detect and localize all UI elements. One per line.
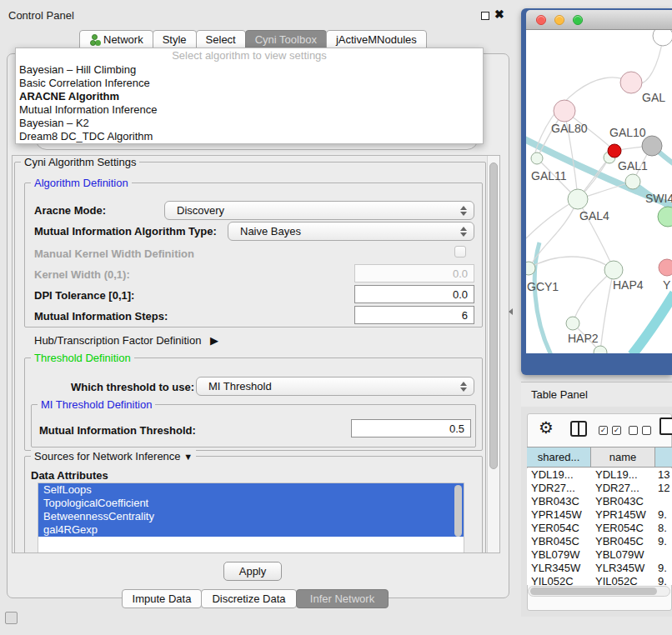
table-cell: YPR145W [527,508,591,522]
which-threshold-combo[interactable]: MI Threshold [196,377,474,396]
network-node[interactable] [653,30,672,46]
tab-impute-data[interactable]: Impute Data [122,589,202,608]
scrollbar-thumb[interactable] [489,162,498,469]
node-label: GAL80 [551,122,588,135]
table-row[interactable]: YBR045CYBR045C9. [527,535,672,548]
attribute-item[interactable]: BetweennessCentrality [38,510,464,523]
hub-definition-label: Hub/Transcription Factor Definition [34,334,201,347]
network-node-hap2[interactable] [566,317,579,330]
manual-kernel-checkbox[interactable] [454,246,466,258]
network-node-hap4[interactable] [604,261,623,279]
table-row[interactable]: YLR345WYLR345W9. [527,562,672,575]
network-node-gal1[interactable] [625,174,640,189]
table-row[interactable]: YBL079WYBL079W [527,548,672,562]
export-table-icon[interactable] [659,418,672,435]
node-label: HAP4 [613,278,644,292]
mi-threshold-label: Mutual Information Threshold: [39,424,196,437]
tab-network[interactable]: Network [79,30,153,49]
gear-icon[interactable]: ⚙ [539,418,554,438]
deselect-all-columns-icon[interactable] [629,426,651,435]
column-header[interactable] [655,448,672,467]
network-node-gal4[interactable] [568,189,588,209]
splitter-arrow-icon[interactable] [509,308,513,315]
screen: Control Panel ✖ NetworkStyleSelectCyni T… [0,0,672,635]
network-window: GALGAL80GAL10GAL1GAL11GAL4SWI4GCY1HAP4YH… [521,8,672,375]
table-row[interactable]: YDR27...YDR27...12 [527,482,672,495]
float-window-icon[interactable] [481,12,489,20]
mi-type-combo[interactable]: Naive Bayes [228,222,474,241]
settings-vertical-scrollbar[interactable] [487,156,499,552]
combo-spinner-icon [460,205,467,217]
network-node-gal80[interactable] [554,100,575,122]
apply-button[interactable]: Apply [223,562,282,581]
column-header[interactable]: name [591,448,655,467]
dropdown-item[interactable]: Bayesian – Hill Climbing [16,63,483,77]
column-header[interactable]: shared... [527,448,591,467]
network-graph: GALGAL80GAL10GAL1GAL11GAL4SWI4GCY1HAP4YH… [526,30,672,353]
mi-steps-field[interactable]: 6 [354,306,474,324]
table-cell: YBL079W [591,548,655,562]
dropdown-item[interactable]: ARACNE Algorithm [16,90,483,103]
expand-right-icon[interactable]: ▶ [210,334,218,347]
network-node-gal11[interactable] [531,152,543,164]
kernel-width-field[interactable]: 0.0 [354,264,474,282]
columns-icon[interactable] [570,421,587,437]
tab-style[interactable]: Style [153,30,197,49]
dropdown-item[interactable]: Basic Correlation Inference [16,77,483,90]
mi-threshold-group-label: MI Threshold Definition [38,398,155,411]
table-horizontal-scrollbar[interactable] [528,586,670,597]
tab-cyni-toolbox[interactable]: Cyni Toolbox [245,30,327,49]
table-row[interactable]: YPR145WYPR145W9. [527,508,672,522]
mi-threshold-field[interactable]: 0.5 [351,419,471,438]
table-cell: YDR27... [527,482,591,495]
unchecked-box-icon [629,426,638,435]
table-cell: YER054C [527,522,591,535]
network-node-y[interactable] [659,259,672,276]
aracne-mode-combo[interactable]: Discovery [164,201,474,220]
hub-definition-toggle[interactable]: Hub/Transcription Factor Definition ▶ [34,334,218,347]
list-scrollbar[interactable] [454,485,462,537]
zoom-window-icon[interactable] [573,15,583,25]
attribute-item[interactable]: SelfLoops [38,483,464,497]
node-label: GAL10 [609,126,646,139]
unchecked-box-icon [642,426,651,435]
network-node-gcy1[interactable] [526,262,535,275]
minimize-window-icon[interactable] [554,15,564,25]
expand-down-icon[interactable]: ▼ [183,452,193,462]
tab-infer-network[interactable]: Infer Network [296,589,389,608]
network-node[interactable] [608,144,621,158]
table-cell: 9. [655,562,672,575]
dpi-tolerance-field[interactable]: 0.0 [354,285,474,303]
dropdown-item[interactable]: Bayesian – K2 [16,117,483,130]
sources-group-label[interactable]: Sources for Network Inference ▼ [31,450,196,462]
network-window-titlebar[interactable] [526,10,672,30]
tab-jactivemnodules[interactable]: jActiveMNodules [326,30,427,49]
data-attributes-label: Data Attributes [31,469,108,482]
table-row[interactable]: YER054CYER054C8. [527,522,672,535]
combo-spinner-icon [460,381,467,392]
table-cell: 8. [655,522,672,535]
attribute-item[interactable]: TopologicalCoefficient [38,497,464,510]
node-label: Y [663,278,671,292]
tab-label: Style [163,31,187,48]
network-node-gal[interactable] [620,72,642,93]
table-cell: 12 [655,482,672,495]
network-canvas[interactable]: GALGAL80GAL10GAL1GAL11GAL4SWI4GCY1HAP4YH… [526,30,672,353]
table-row[interactable]: YIL052CYIL052C9. [527,575,672,585]
tab-discretize-data[interactable]: Discretize Data [201,589,297,608]
table-row[interactable]: YDL19...YDL19...13 [527,468,672,482]
table-cell: YLR345W [591,562,655,575]
table-cell: YLR345W [527,562,591,575]
attribute-item[interactable]: gal4RGexp [38,523,464,537]
dropdown-item[interactable]: Dream8 DC_TDC Algorithm [16,130,483,143]
dropdown-item[interactable]: Mutual Information Inference [16,103,483,117]
network-node-swi4[interactable] [658,207,672,227]
table-row[interactable]: YBR043CYBR043C [527,495,672,508]
close-window-icon[interactable] [536,15,546,25]
select-all-columns-icon[interactable]: ✓ ✓ [599,426,621,435]
tab-select[interactable]: Select [196,30,246,49]
bottom-tab-bar: Impute DataDiscretize DataInfer Network [122,589,388,608]
close-panel-icon[interactable]: ✖ [494,8,504,21]
scrollbar-thumb[interactable] [530,588,657,595]
dock-panel-icon[interactable] [5,612,18,624]
